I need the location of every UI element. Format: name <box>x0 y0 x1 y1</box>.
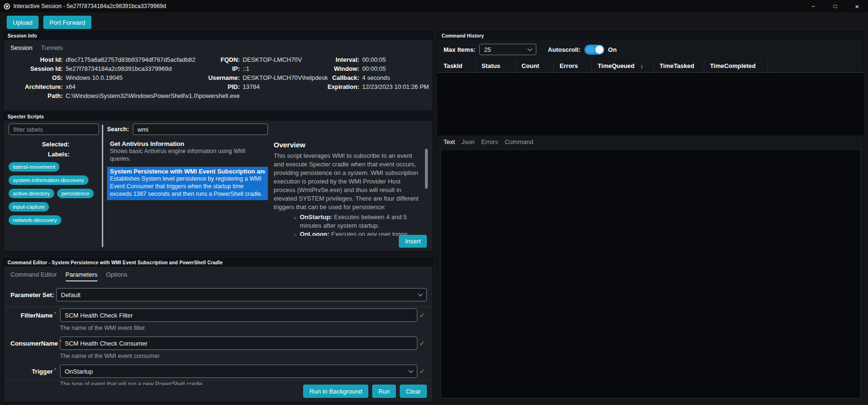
check-icon: ✓ <box>417 311 427 319</box>
session-info-header: Session Info <box>4 32 433 40</box>
tab-options[interactable]: Options <box>106 271 128 281</box>
field-label: OS: <box>10 73 63 82</box>
command-history-panel: Command History Max Items: 25 Autoscroll… <box>437 31 864 402</box>
bullet-lead: OnStartup: <box>300 213 332 221</box>
field-value: 13784 <box>243 83 260 90</box>
filtername-input[interactable] <box>60 309 417 322</box>
field-label: Username: <box>196 73 240 82</box>
field-value: Windows 10.0.19045 <box>66 74 123 81</box>
column-header-timetasked[interactable]: TimeTasked <box>654 59 704 72</box>
specter-scripts-header: Specter Scripts <box>4 113 433 121</box>
script-item-selected[interactable]: System Persistence with WMI Event Subscr… <box>107 167 268 200</box>
tab-command[interactable]: Command <box>505 138 533 148</box>
specter-scripts-content: Selected: Labels: lateral-movement syste… <box>4 121 433 251</box>
command-history-header: Command History <box>438 32 864 40</box>
overview-body: This script leverages WMI to subscribe t… <box>274 152 422 212</box>
radio-bullet-icon: ○ <box>294 230 296 236</box>
param-label: FilterName* <box>10 312 56 319</box>
run-button[interactable]: Run <box>372 385 396 398</box>
port-forward-button[interactable]: Port Forward <box>43 16 91 29</box>
param-label: Trigger* <box>10 368 56 375</box>
autoscroll-toggle[interactable] <box>584 45 604 55</box>
column-header-filler <box>768 59 864 72</box>
overview-column: Overview This script leverages WMI to su… <box>274 141 428 236</box>
field-label: Host Id: <box>10 55 63 64</box>
tab-json[interactable]: Json <box>462 138 474 148</box>
labels-scrollbar[interactable] <box>102 125 103 247</box>
label-chip[interactable]: active-directory <box>9 189 54 198</box>
column-header-taskid[interactable]: TaskId <box>438 59 476 72</box>
clear-button[interactable]: Clear <box>400 385 427 398</box>
script-item-title: Get Antivirus Information <box>110 140 265 147</box>
field-value: 5e27f78734184a2c98391bca3379969d <box>66 65 172 72</box>
history-controls: Max Items: 25 Autoscroll: On <box>438 40 864 58</box>
app-icon <box>4 3 10 10</box>
output-area[interactable] <box>441 149 861 398</box>
label-chip[interactable]: system-information-discovery <box>9 175 89 185</box>
max-items-label: Max Items: <box>444 46 475 53</box>
script-search-input[interactable] <box>133 124 268 135</box>
column-header-errors[interactable]: Errors <box>554 59 592 72</box>
run-in-background-button[interactable]: Run in Background <box>303 385 368 398</box>
parameter-set-select[interactable]: Default <box>56 288 427 301</box>
tab-tunnels[interactable]: Tunnels <box>41 44 63 51</box>
insert-button[interactable]: Insert <box>399 235 427 248</box>
field-label: Window: <box>317 64 359 73</box>
consumername-input[interactable] <box>60 337 417 350</box>
overview-heading: Overview <box>274 141 422 149</box>
minimize-button[interactable]: – <box>802 0 824 12</box>
chevron-down-icon <box>409 368 414 373</box>
label-chip[interactable]: persistence <box>57 189 94 198</box>
command-editor-panel: Command Editor - System Persistence with… <box>3 258 433 402</box>
field-label: Path: <box>10 91 63 100</box>
upload-button[interactable]: Upload <box>7 16 39 29</box>
overview-scrollbar[interactable] <box>425 149 428 189</box>
field-value: dfec7175a6a62757d83b93794df767d5acfadb82 <box>66 56 196 63</box>
param-group-consumername: ConsumerName* ✓ The name of the WMI even… <box>10 337 427 360</box>
max-items-select[interactable]: 25 <box>479 44 536 55</box>
maximize-icon: □ <box>833 3 837 10</box>
session-fields-col2: FQDN:DESKTOP-LMCH70V IP:::1 Username:DES… <box>196 55 317 100</box>
field-label: Interval: <box>317 55 359 64</box>
session-fields-col1: Host Id:dfec7175a6a62757d83b93794df767d5… <box>10 55 196 100</box>
toggle-knob <box>595 46 603 54</box>
field-label: Callback: <box>317 73 359 82</box>
script-item[interactable]: Get Antivirus Information Shows basic An… <box>107 139 268 165</box>
field-value: 00:00:05 <box>362 56 386 63</box>
param-group-filtername: FilterName* ✓ The name of the WMI event … <box>10 309 427 332</box>
tab-parameters[interactable]: Parameters <box>66 271 98 281</box>
column-header-status[interactable]: Status <box>476 59 516 72</box>
column-header-timequeued[interactable]: TimeQueued↓ <box>592 59 654 72</box>
session-fields: Host Id:dfec7175a6a62757d83b93794df767d5… <box>4 54 433 100</box>
field-value: 12/23/2023 10:01:26 PM <box>362 83 429 90</box>
tab-text[interactable]: Text <box>444 138 455 148</box>
column-header-count[interactable]: Count <box>516 59 554 72</box>
session-fields-col3: Interval:00:00:05 Window:00:00:05 Callba… <box>317 55 433 100</box>
tab-command-editor[interactable]: Command Editor <box>10 271 57 281</box>
check-icon: ✓ <box>417 339 427 347</box>
label-chip[interactable]: lateral-movement <box>9 162 59 172</box>
selected-label: Selected: <box>9 139 69 149</box>
field-value: DESKTOP-LMCH70V <box>243 56 302 63</box>
filter-labels-input[interactable] <box>9 124 99 135</box>
trigger-value: OnStartup <box>65 368 409 375</box>
radio-bullet-icon: ○ <box>294 213 296 230</box>
specter-scripts-panel: Specter Scripts Selected: Labels: latera… <box>3 112 433 251</box>
column-header-timecompleted[interactable]: TimeCompleted <box>704 59 768 72</box>
max-items-value: 25 <box>484 46 528 53</box>
field-label: PID: <box>196 82 240 91</box>
tab-errors[interactable]: Errors <box>481 138 498 148</box>
trigger-select[interactable]: OnStartup <box>60 365 417 378</box>
toolbar: Upload Port Forward <box>0 12 868 32</box>
sort-desc-icon[interactable]: ↓ <box>640 62 643 69</box>
tab-session[interactable]: Session <box>10 44 32 51</box>
required-marker: * <box>54 367 56 373</box>
label-chip[interactable]: network-discovery <box>9 215 61 225</box>
close-button[interactable]: × <box>846 0 868 12</box>
autoscroll-label: Autoscroll: <box>548 46 581 53</box>
maximize-button[interactable]: □ <box>824 0 846 12</box>
label-chip[interactable]: input-capture <box>9 202 49 212</box>
field-label: Expiration: <box>317 82 359 91</box>
param-label: ConsumerName* <box>10 340 56 347</box>
command-history-content: Max Items: 25 Autoscroll: On TaskId Stat… <box>438 40 864 402</box>
